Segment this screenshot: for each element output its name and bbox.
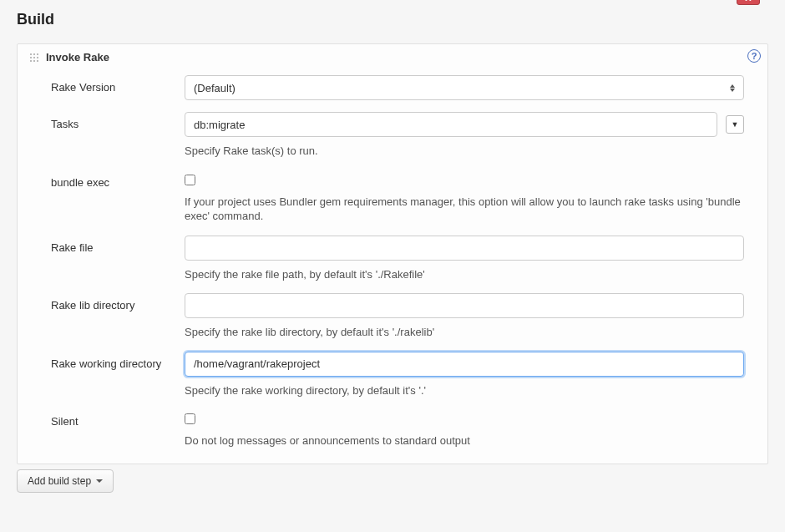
rake-version-select[interactable]: (Default) bbox=[185, 75, 744, 100]
rake-wd-label: Rake working directory bbox=[51, 352, 185, 370]
rake-lib-hint: Specify the rake lib directory, by defau… bbox=[185, 325, 744, 340]
build-step-panel: X Invoke Rake ? Rake Version (Default) T… bbox=[17, 43, 768, 464]
rake-wd-input[interactable] bbox=[185, 352, 744, 377]
tasks-label: Tasks bbox=[51, 112, 185, 130]
select-arrows-icon bbox=[730, 82, 737, 94]
step-title: Invoke Rake bbox=[46, 51, 109, 63]
bundle-exec-label: bundle exec bbox=[51, 170, 185, 189]
delete-step-button[interactable]: X bbox=[737, 0, 760, 5]
rake-version-value: (Default) bbox=[194, 82, 236, 94]
rake-version-label: Rake Version bbox=[51, 75, 185, 94]
rake-file-input[interactable] bbox=[185, 236, 744, 261]
tasks-hint: Specify Rake task(s) to run. bbox=[185, 144, 744, 159]
rake-file-hint: Specify the rake file path, by default i… bbox=[185, 267, 744, 282]
add-build-step-button[interactable]: Add build step bbox=[17, 469, 114, 493]
tasks-input[interactable] bbox=[185, 112, 717, 137]
rake-file-label: Rake file bbox=[51, 236, 185, 254]
step-form: Rake Version (Default) Tasks ▼ Specify R… bbox=[18, 68, 767, 464]
step-header: Invoke Rake ? bbox=[18, 44, 767, 68]
help-icon[interactable]: ? bbox=[747, 49, 761, 63]
add-build-step-label: Add build step bbox=[28, 475, 91, 487]
bundle-exec-hint: If your project uses Bundler gem require… bbox=[185, 195, 744, 224]
bundle-exec-checkbox[interactable] bbox=[185, 175, 195, 185]
drag-handle-icon[interactable] bbox=[29, 53, 39, 63]
caret-down-icon bbox=[96, 479, 103, 483]
delete-label: X bbox=[745, 0, 751, 3]
silent-checkbox[interactable] bbox=[185, 413, 195, 424]
chevron-down-icon: ▼ bbox=[732, 120, 739, 129]
rake-lib-input[interactable] bbox=[185, 293, 744, 318]
section-heading: Build bbox=[0, 0, 785, 33]
silent-label: Silent bbox=[51, 409, 185, 428]
tasks-expand-button[interactable]: ▼ bbox=[726, 115, 744, 134]
rake-lib-label: Rake lib directory bbox=[51, 293, 185, 312]
silent-hint: Do not log messages or announcements to … bbox=[185, 433, 744, 448]
rake-wd-hint: Specify the rake working directory, by d… bbox=[185, 383, 744, 398]
